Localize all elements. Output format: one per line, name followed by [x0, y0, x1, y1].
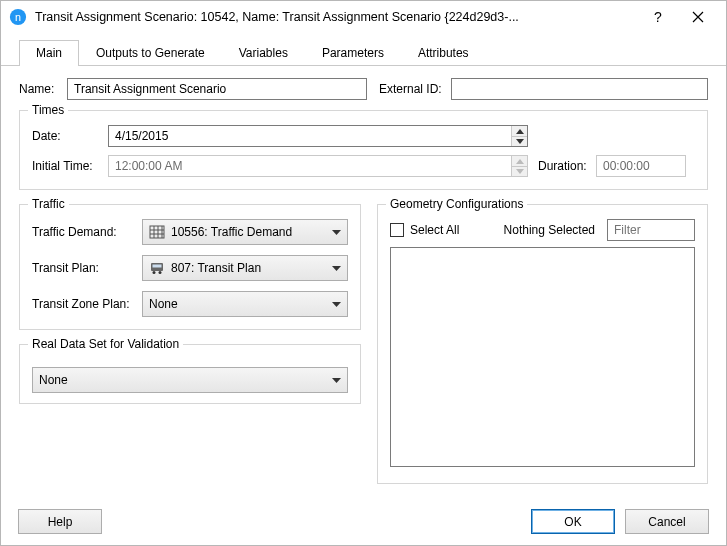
- cancel-button[interactable]: Cancel: [625, 509, 709, 534]
- validation-group: Real Data Set for Validation None: [19, 344, 361, 404]
- date-spinner[interactable]: [108, 125, 528, 147]
- svg-rect-4: [153, 265, 162, 268]
- chevron-down-icon: [331, 378, 341, 383]
- validation-legend: Real Data Set for Validation: [28, 337, 183, 351]
- svg-point-5: [153, 271, 156, 274]
- initial-time-spinner: [108, 155, 528, 177]
- nothing-selected-label: Nothing Selected: [504, 223, 595, 237]
- chevron-down-icon: [331, 302, 341, 307]
- tab-attributes[interactable]: Attributes: [401, 40, 486, 66]
- footer: Help OK Cancel: [18, 509, 709, 534]
- svg-text:n: n: [15, 11, 21, 23]
- tab-variables[interactable]: Variables: [222, 40, 305, 66]
- filter-input[interactable]: [607, 219, 695, 241]
- titlebar: n Transit Assignment Scenario: 10542, Na…: [1, 1, 726, 33]
- transit-zone-label: Transit Zone Plan:: [32, 297, 142, 311]
- chevron-down-icon: [331, 230, 341, 235]
- tab-strip: Main Outputs to Generate Variables Param…: [1, 33, 726, 66]
- main-tab-content: Name: External ID: Times Date: Initial T…: [1, 66, 726, 498]
- initial-time-spin-down: [512, 166, 527, 176]
- initial-time-label: Initial Time:: [32, 159, 108, 173]
- duration-label: Duration:: [538, 159, 596, 173]
- external-id-input[interactable]: [451, 78, 708, 100]
- date-spin-up[interactable]: [512, 126, 527, 136]
- tab-parameters[interactable]: Parameters: [305, 40, 401, 66]
- app-icon: n: [9, 8, 27, 26]
- chevron-down-icon: [331, 266, 341, 271]
- ok-button[interactable]: OK: [531, 509, 615, 534]
- validation-combo[interactable]: None: [32, 367, 348, 393]
- validation-value: None: [39, 373, 325, 387]
- tab-main[interactable]: Main: [19, 40, 79, 66]
- help-button[interactable]: Help: [18, 509, 102, 534]
- checkbox-box-icon: [390, 223, 404, 237]
- transit-zone-combo[interactable]: None: [142, 291, 348, 317]
- transit-zone-value: None: [149, 297, 325, 311]
- bus-icon: [149, 260, 165, 276]
- select-all-checkbox[interactable]: Select All: [390, 223, 459, 237]
- name-row: Name: External ID:: [19, 78, 708, 100]
- close-button[interactable]: [678, 1, 718, 33]
- title-help-button[interactable]: ?: [638, 1, 678, 33]
- times-legend: Times: [28, 103, 68, 117]
- select-all-label: Select All: [410, 223, 459, 237]
- transit-plan-value: 807: Transit Plan: [171, 261, 325, 275]
- traffic-demand-value: 10556: Traffic Demand: [171, 225, 325, 239]
- geometry-group: Geometry Configurations Select All Nothi…: [377, 204, 708, 484]
- traffic-legend: Traffic: [28, 197, 69, 211]
- date-spin-down[interactable]: [512, 136, 527, 146]
- traffic-demand-combo[interactable]: 10556: Traffic Demand: [142, 219, 348, 245]
- date-label: Date:: [32, 129, 108, 143]
- external-id-label: External ID:: [379, 82, 451, 96]
- duration-spinner: [596, 155, 686, 177]
- transit-plan-combo[interactable]: 807: Transit Plan: [142, 255, 348, 281]
- transit-plan-label: Transit Plan:: [32, 261, 142, 275]
- geometry-legend: Geometry Configurations: [386, 197, 527, 211]
- name-label: Name:: [19, 82, 67, 96]
- initial-time-spin-up: [512, 156, 527, 166]
- times-group: Times Date: Initial Time: Duration:: [19, 110, 708, 190]
- initial-time-input: [109, 156, 511, 176]
- geometry-listbox[interactable]: [390, 247, 695, 467]
- svg-point-6: [159, 271, 162, 274]
- tab-outputs[interactable]: Outputs to Generate: [79, 40, 222, 66]
- lower-area: Traffic Traffic Demand: 10556: Traffic D…: [19, 204, 708, 498]
- duration-input: [597, 156, 727, 176]
- traffic-demand-icon: [149, 224, 165, 240]
- traffic-demand-label: Traffic Demand:: [32, 225, 142, 239]
- close-icon: [692, 11, 704, 23]
- date-input[interactable]: [109, 126, 511, 146]
- window-title: Transit Assignment Scenario: 10542, Name…: [35, 10, 638, 24]
- traffic-group: Traffic Traffic Demand: 10556: Traffic D…: [19, 204, 361, 330]
- name-input[interactable]: [67, 78, 367, 100]
